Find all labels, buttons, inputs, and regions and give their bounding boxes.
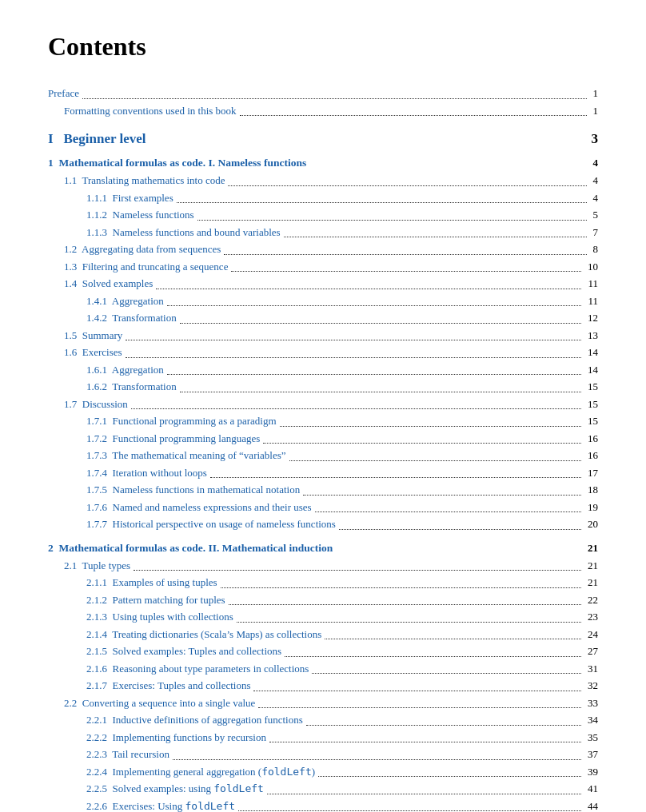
- toc-container: Preface 1 Formatting conventions used in…: [48, 86, 598, 812]
- preface-row[interactable]: Preface 1: [48, 86, 598, 102]
- section-1-1-3-row[interactable]: 1.1.3 Nameless functions and bound varia…: [48, 225, 598, 241]
- preface-page: 1: [593, 86, 599, 102]
- section-1-7-1-row[interactable]: 1.7.1 Functional programming as a paradi…: [48, 413, 598, 429]
- section-2-1-6-row[interactable]: 2.1.6 Reasoning about type parameters in…: [48, 661, 598, 677]
- section-2-1-row[interactable]: 2.1 Tuple types 21: [48, 558, 598, 574]
- section-2-1-1-row[interactable]: 2.1.1 Examples of using tuples 21: [48, 575, 598, 591]
- preface-dots: [82, 86, 587, 99]
- section-1-7-2-row[interactable]: 1.7.2 Functional programming languages 1…: [48, 431, 598, 447]
- preface-label: Preface: [48, 86, 79, 102]
- section-2-1-4-row[interactable]: 2.1.4 Treating dictionaries (Scala’s Map…: [48, 627, 598, 643]
- section-1-5-row[interactable]: 1.5 Summary 13: [48, 328, 598, 344]
- section-1-6-2-row[interactable]: 1.6.2 Transformation 15: [48, 379, 598, 395]
- section-1-7-6-row[interactable]: 1.7.6 Named and nameless expressions and…: [48, 500, 598, 515]
- section-1-1-1-label: 1.1.1 First examples: [86, 190, 173, 206]
- chapter-1-label: 1 Mathematical formulas as code. I. Name…: [48, 157, 306, 169]
- section-1-1-row[interactable]: 1.1 Translating mathematics into code 4: [48, 173, 598, 189]
- section-2-2-3-row[interactable]: 2.2.3 Tail recursion 37: [48, 746, 598, 762]
- section-2-1-3-row[interactable]: 2.1.3 Using tuples with collections 23: [48, 609, 598, 625]
- section-1-7-7-row[interactable]: 1.7.7 Historical perspective on usage of…: [48, 516, 598, 532]
- section-1-1-1-row[interactable]: 1.1.1 First examples 4: [48, 190, 598, 206]
- section-2-2-1-row[interactable]: 2.2.1 Inductive definitions of aggregati…: [48, 712, 598, 728]
- section-1-4-2-row[interactable]: 1.4.2 Transformation 12: [48, 310, 598, 326]
- section-2-2-row[interactable]: 2.2 Converting a sequence into a single …: [48, 695, 598, 711]
- section-1-7-row[interactable]: 1.7 Discussion 15: [48, 396, 598, 412]
- section-2-2-2-row[interactable]: 2.2.2 Implementing functions by recursio…: [48, 730, 598, 746]
- section-2-1-2-row[interactable]: 2.1.2 Pattern matching for tuples 22: [48, 592, 598, 608]
- page-title: Contents: [48, 32, 598, 62]
- section-1-7-5-row[interactable]: 1.7.5 Nameless functions in mathematical…: [48, 482, 598, 498]
- section-1-3-row[interactable]: 1.3 Filtering and truncating a sequence …: [48, 259, 598, 275]
- part-1-label: I Beginner level: [48, 131, 146, 147]
- preface-sub-page-0: 1: [593, 103, 599, 119]
- section-1-6-row[interactable]: 1.6 Exercises 14: [48, 344, 598, 360]
- section-1-1-2-row[interactable]: 1.1.2 Nameless functions 5: [48, 207, 598, 223]
- section-1-7-4-row[interactable]: 1.7.4 Iteration without loops 17: [48, 465, 598, 481]
- section-2-2-6-row[interactable]: 2.2.6 Exercises: Using foldLeft 44: [48, 798, 598, 813]
- section-2-2-5-row[interactable]: 2.2.5 Solved examples: using foldLeft 41: [48, 781, 598, 797]
- chapter-2-heading[interactable]: 2 Mathematical formulas as code. II. Mat…: [48, 542, 598, 555]
- section-2-1-7-row[interactable]: 2.1.7 Exercises: Tuples and collections …: [48, 678, 598, 694]
- chapter-1-page: 4: [593, 157, 599, 169]
- part-1-page: 3: [592, 131, 599, 147]
- section-1-1-page: 4: [593, 173, 599, 189]
- chapter-1-heading[interactable]: 1 Mathematical formulas as code. I. Name…: [48, 157, 598, 169]
- preface-sub-dots-0: [240, 103, 587, 117]
- section-1-6-1-row[interactable]: 1.6.1 Aggregation 14: [48, 362, 598, 378]
- chapter-2-label: 2 Mathematical formulas as code. II. Mat…: [48, 542, 333, 555]
- section-2-1-5-row[interactable]: 2.1.5 Solved examples: Tuples and collec…: [48, 643, 598, 659]
- section-1-4-row[interactable]: 1.4 Solved examples 11: [48, 276, 598, 292]
- section-1-2-row[interactable]: 1.2 Aggregating data from sequences 8: [48, 241, 598, 257]
- preface-sub-row-0[interactable]: Formatting conventions used in this book…: [48, 103, 598, 119]
- section-1-4-1-row[interactable]: 1.4.1 Aggregation 11: [48, 293, 598, 309]
- part-1-heading: I Beginner level 3: [48, 131, 598, 147]
- section-1-1-label: 1.1 Translating mathematics into code: [64, 173, 225, 189]
- section-1-7-3-row[interactable]: 1.7.3 The mathematical meaning of “varia…: [48, 448, 598, 464]
- chapter-2-page: 21: [588, 542, 598, 555]
- preface-sub-label-0: Formatting conventions used in this book: [64, 103, 237, 119]
- section-2-2-4-row[interactable]: 2.2.4 Implementing general aggregation (…: [48, 764, 598, 780]
